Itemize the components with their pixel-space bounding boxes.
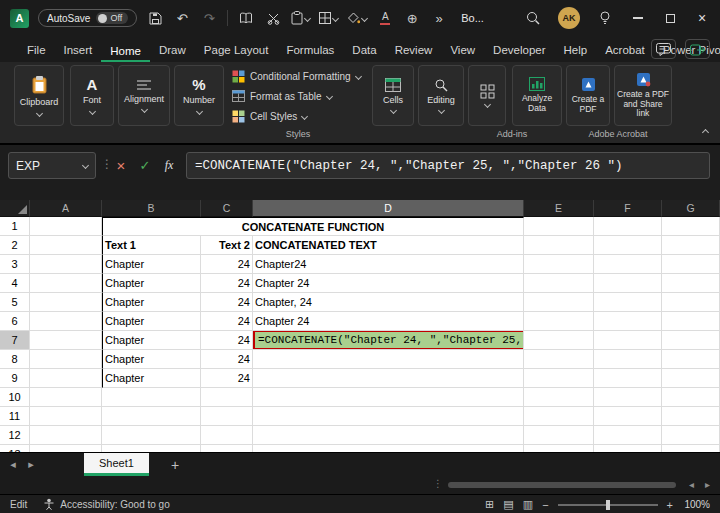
cell[interactable] [524, 426, 594, 445]
banner-cell[interactable]: CONCATENATE FUNCTION [102, 217, 524, 236]
formula-input[interactable]: =CONCATENATE("Chapter 24, ","Chapter 25,… [186, 152, 710, 179]
minimize-button[interactable] [630, 6, 646, 30]
column-header-C[interactable]: C [201, 200, 253, 217]
row-header-13[interactable]: 13 [0, 445, 30, 452]
cell[interactable] [662, 274, 720, 293]
next-sheet-icon[interactable]: ▸ [22, 458, 40, 471]
row-header-11[interactable]: 11 [0, 407, 30, 426]
cell[interactable]: 24 [201, 312, 253, 331]
cell[interactable]: CONCATENATED TEXT [253, 236, 524, 255]
cell[interactable] [102, 407, 201, 426]
collapse-ribbon-icon[interactable] [702, 129, 709, 136]
cell[interactable] [662, 407, 720, 426]
cell[interactable] [594, 217, 662, 236]
cell[interactable] [30, 255, 102, 274]
row-header-2[interactable]: 2 [0, 236, 30, 255]
page-layout-view-icon[interactable]: ▤ [503, 498, 513, 511]
tab-formulas[interactable]: Formulas [277, 40, 343, 62]
cell[interactable] [30, 407, 102, 426]
zoom-slider-thumb[interactable] [606, 500, 610, 510]
tab-acrobat[interactable]: Acrobat [596, 40, 654, 62]
cell[interactable] [524, 445, 594, 452]
cell[interactable]: 24 [201, 331, 253, 350]
cell[interactable]: Chapter [102, 293, 201, 312]
fill-color-icon[interactable] [347, 6, 367, 30]
cell[interactable]: 24 [201, 293, 253, 312]
cell[interactable] [594, 426, 662, 445]
cell[interactable] [524, 255, 594, 274]
cell[interactable] [594, 255, 662, 274]
cell[interactable] [662, 445, 720, 452]
cell[interactable] [662, 331, 720, 350]
cell-styles-button[interactable]: Cell Styles [232, 107, 364, 125]
cell[interactable] [253, 350, 524, 369]
cell[interactable]: Chapter 24 [253, 274, 524, 293]
cell[interactable] [201, 426, 253, 445]
cells-button[interactable]: Cells [372, 65, 414, 126]
in-cell-formula[interactable]: =CONCATENATE("Chapter 24, ","Chapter 25,… [253, 331, 524, 350]
cell[interactable] [594, 293, 662, 312]
tab-draw[interactable]: Draw [150, 40, 195, 62]
add-circle-icon[interactable]: ⊕ [403, 6, 421, 30]
tab-home[interactable]: Home [101, 41, 150, 63]
cell[interactable] [594, 369, 662, 388]
zoom-level[interactable]: 100% [682, 499, 710, 510]
cell[interactable]: 24 [201, 369, 253, 388]
sheet-tab-sheet1[interactable]: Sheet1 [84, 453, 149, 476]
clipboard-button[interactable]: Clipboard [14, 65, 64, 126]
cell[interactable]: Chapter [102, 274, 201, 293]
cell[interactable] [201, 445, 253, 452]
cell[interactable]: 24 [201, 350, 253, 369]
row-header-6[interactable]: 6 [0, 312, 30, 331]
cell[interactable] [662, 255, 720, 274]
add-sheet-button[interactable]: + [171, 457, 179, 473]
cell[interactable] [524, 274, 594, 293]
cell[interactable] [594, 274, 662, 293]
cell[interactable] [102, 445, 201, 452]
cell[interactable]: Chapter [102, 312, 201, 331]
row-header-10[interactable]: 10 [0, 388, 30, 407]
horizontal-scrollbar-thumb[interactable] [448, 482, 676, 488]
enter-button[interactable]: ✓ [134, 152, 156, 179]
cell[interactable]: Chapter [102, 350, 201, 369]
cell[interactable] [594, 236, 662, 255]
cell[interactable] [253, 445, 524, 452]
cell[interactable] [524, 407, 594, 426]
redo-icon[interactable]: ↷ [200, 6, 218, 30]
book-icon[interactable] [237, 6, 255, 30]
cell[interactable] [594, 445, 662, 452]
save-icon[interactable] [146, 6, 164, 30]
format-as-table-button[interactable]: Format as Table [232, 87, 364, 105]
cut-icon[interactable] [264, 6, 282, 30]
create-pdf-share-button[interactable]: Create a PDF and Share link [614, 65, 672, 126]
cell[interactable] [102, 426, 201, 445]
autosave-switch[interactable]: Off [96, 12, 128, 24]
tab-page-layout[interactable]: Page Layout [195, 40, 278, 62]
cell[interactable] [30, 217, 102, 236]
cell[interactable] [662, 350, 720, 369]
cell[interactable] [662, 369, 720, 388]
borders-icon[interactable] [319, 6, 338, 30]
cell[interactable] [524, 236, 594, 255]
row-header-8[interactable]: 8 [0, 350, 30, 369]
tab-insert[interactable]: Insert [55, 40, 102, 62]
prev-sheet-icon[interactable]: ◂ [4, 458, 22, 471]
cell[interactable]: Chapter, 24 [253, 293, 524, 312]
tab-view[interactable]: View [441, 40, 484, 62]
cell[interactable] [102, 388, 201, 407]
cell[interactable]: Chapter 24 [253, 312, 524, 331]
row-header-12[interactable]: 12 [0, 426, 30, 445]
cell[interactable]: Text 2 [201, 236, 253, 255]
more-commands-icon[interactable]: » [430, 6, 448, 30]
alignment-button[interactable]: Alignment [118, 65, 170, 126]
cell[interactable] [30, 293, 102, 312]
number-button[interactable]: % Number [174, 65, 224, 126]
cell[interactable] [30, 312, 102, 331]
row-header-4[interactable]: 4 [0, 274, 30, 293]
tab-data[interactable]: Data [343, 40, 385, 62]
insert-function-button[interactable]: fx [158, 152, 180, 179]
search-icon[interactable] [524, 6, 542, 30]
create-pdf-button[interactable]: Create a PDF [566, 65, 610, 126]
cell[interactable] [594, 331, 662, 350]
cell[interactable] [30, 236, 102, 255]
